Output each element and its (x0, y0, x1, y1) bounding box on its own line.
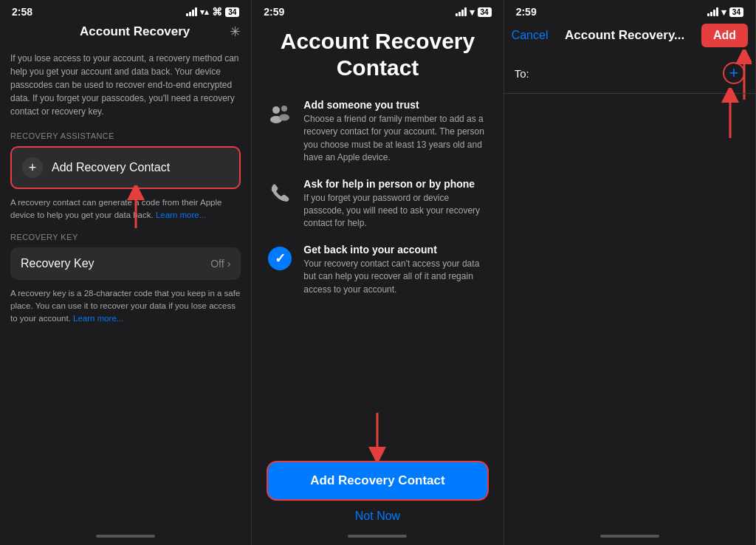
nav-title-3: Account Recovery... (548, 28, 701, 43)
status-bar-1: 2:58 ▾▴ ⌘ 34 (0, 0, 251, 21)
recovery-key-helper: A recovery key is a 28-character code th… (10, 287, 241, 326)
time-1: 2:58 (12, 6, 32, 18)
signal-icon-3 (707, 7, 718, 16)
status-bar-2: 2:59 ▾ 34 (252, 0, 503, 21)
status-bar-3: 2:59 ▾ 34 (504, 0, 755, 21)
feature-list: Add someone you trust Choose a friend or… (267, 99, 488, 296)
status-icons-1: ▾▴ ⌘ 34 (186, 6, 239, 18)
recovery-key-row[interactable]: Recovery Key Off › (10, 247, 241, 280)
add-btn-wrapper: Add (701, 24, 748, 47)
panel2-content: Account Recovery Contact Add someone you… (252, 21, 503, 530)
feature1-title: Add someone you trust (303, 99, 488, 111)
feature2-title: Ask for help in person or by phone (303, 178, 488, 190)
time-2: 2:59 (264, 6, 284, 18)
feature3-title: Get back into your account (303, 244, 488, 256)
to-add-contact-btn[interactable]: + (723, 62, 745, 84)
recovery-key-value: Off (210, 258, 224, 270)
battery-indicator-2: 34 (478, 7, 492, 17)
add-recovery-contact-row[interactable]: + Add Recovery Contact (10, 146, 241, 189)
svg-point-3 (281, 106, 287, 112)
panel1-content: If you lose access to your account, a re… (0, 46, 251, 530)
panel-3: 2:59 ▾ 34 Cancel Account Recovery... (504, 0, 756, 545)
helper-text: A recovery contact can generate a code f… (10, 196, 241, 222)
spinner-icon: ✳ (230, 24, 241, 40)
add-btn-container: Add Recovery Contact (267, 461, 488, 510)
wifi-icon: ▾▴ (200, 7, 209, 17)
home-bar-2 (348, 535, 407, 538)
not-now-btn[interactable]: Not Now (267, 510, 488, 523)
feature1-desc: Choose a friend or family member to add … (303, 113, 488, 165)
checkmark-icon: ✓ (267, 245, 293, 272)
feature3-desc: Your recovery contact can't access your … (303, 258, 488, 296)
feature-text-1: Add someone you trust Choose a friend or… (303, 99, 488, 165)
big-title: Account Recovery Contact (267, 28, 488, 81)
signal-icon-2 (456, 7, 467, 16)
home-bar-3 (600, 535, 659, 538)
add-circle-icon: + (22, 157, 43, 178)
home-indicator-3 (504, 530, 755, 545)
nav-title-1: Account Recovery (40, 24, 230, 39)
panel-1: 2:58 ▾▴ ⌘ 34 Account Recovery ✳ If you l… (0, 0, 252, 545)
feature-text-2: Ask for help in person or by phone If yo… (303, 178, 488, 230)
feature-item-2: Ask for help in person or by phone If yo… (267, 178, 488, 230)
feature-text-3: Get back into your account Your recovery… (303, 244, 488, 296)
signal-icon (186, 7, 197, 16)
to-row-container: To: + (504, 53, 755, 94)
feature-item-1: Add someone you trust Choose a friend or… (267, 99, 488, 165)
phone-icon (267, 179, 293, 206)
home-bar-1 (96, 535, 155, 538)
recovery-key-label: Recovery Key (21, 257, 94, 270)
status-icons-3: ▾ 34 (707, 7, 743, 18)
recovery-key-learn-more[interactable]: Learn more... (73, 314, 123, 323)
svg-point-1 (272, 106, 280, 114)
people-icon (267, 100, 293, 127)
feature-item-3: ✓ Get back into your account Your recove… (267, 244, 488, 296)
recovery-key-right: Off › (210, 258, 230, 270)
add-recovery-contact-btn[interactable]: Add Recovery Contact (267, 461, 488, 501)
to-add-wrapper: + (723, 62, 745, 84)
recovery-key-header: RECOVERY KEY (10, 233, 241, 241)
wifi-symbol: ⌘ (212, 6, 222, 18)
nav-bar-1: Account Recovery ✳ (0, 21, 251, 46)
to-label: To: (515, 67, 529, 80)
add-btn-nav[interactable]: Add (701, 24, 748, 47)
empty-area (504, 94, 755, 530)
panel-2: 2:59 ▾ 34 Account Recovery Contact (252, 0, 504, 545)
to-row: To: + (504, 53, 755, 94)
home-indicator-2 (252, 530, 503, 545)
wifi-icon-2: ▾ (470, 7, 475, 18)
description-text: If you lose access to your account, a re… (10, 52, 241, 118)
battery-indicator: 34 (225, 7, 239, 17)
chevron-icon: › (227, 258, 231, 270)
wifi-icon-3: ▾ (721, 7, 726, 18)
home-indicator-1 (0, 530, 251, 545)
time-3: 2:59 (516, 6, 537, 18)
feature2-desc: If you forget your password or device pa… (303, 192, 488, 230)
cancel-btn[interactable]: Cancel (512, 29, 549, 42)
battery-indicator-3: 34 (729, 7, 743, 17)
svg-point-4 (279, 114, 289, 121)
recovery-assistance-header: RECOVERY ASSISTANCE (10, 131, 241, 140)
learn-more-link[interactable]: Learn more... (156, 210, 206, 219)
status-icons-2: ▾ 34 (456, 7, 492, 18)
add-recovery-label: Add Recovery Contact (52, 161, 170, 174)
panel3-nav: Cancel Account Recovery... Add (504, 21, 755, 53)
